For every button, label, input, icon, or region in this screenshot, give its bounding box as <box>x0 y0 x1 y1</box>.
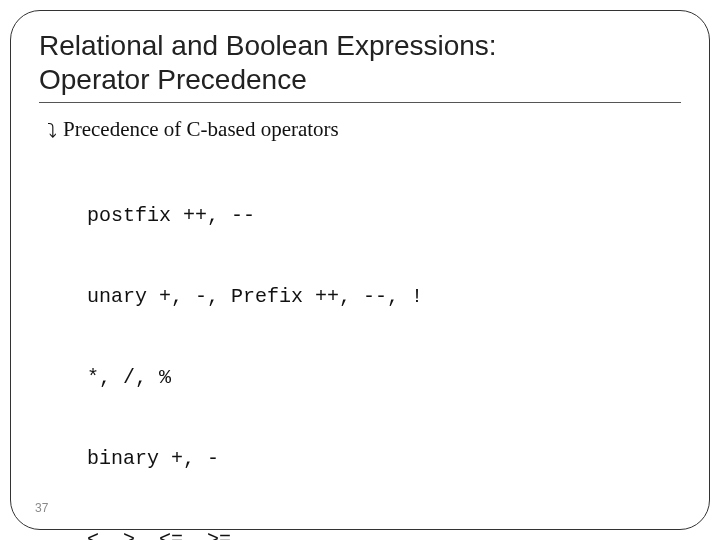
title-divider <box>39 102 681 103</box>
bullet-item: ⤵ Precedence of C-based operators <box>47 117 681 142</box>
precedence-list: postfix ++, -- unary +, -, Prefix ++, --… <box>87 148 681 540</box>
code-line: postfix ++, -- <box>87 202 681 229</box>
title-line-1: Relational and Boolean Expressions: <box>39 30 497 61</box>
title-line-2: Operator Precedence <box>39 64 307 95</box>
code-line: *, /, % <box>87 364 681 391</box>
page-number: 37 <box>35 501 48 515</box>
slide-title: Relational and Boolean Expressions: Oper… <box>39 29 681 96</box>
swirl-icon: ⤵ <box>47 121 57 141</box>
bullet-text: Precedence of C-based operators <box>63 117 339 142</box>
code-line: binary +, - <box>87 445 681 472</box>
slide-frame: Relational and Boolean Expressions: Oper… <box>10 10 710 530</box>
code-line: unary +, -, Prefix ++, --, ! <box>87 283 681 310</box>
code-line: <, >, <=, >= <box>87 526 681 540</box>
